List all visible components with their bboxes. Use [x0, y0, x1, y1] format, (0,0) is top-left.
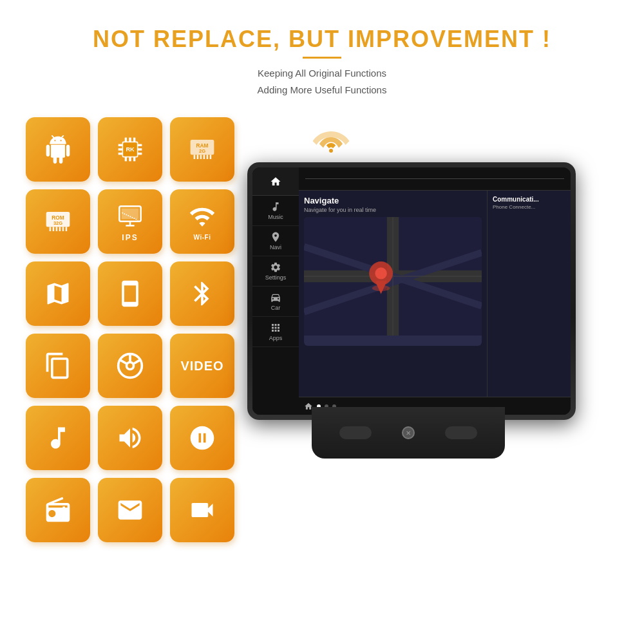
- sidebar-navi-icon: [270, 231, 281, 243]
- radio-icon-cell: [26, 478, 90, 542]
- svg-rect-20: [197, 155, 199, 159]
- svg-rect-8: [118, 148, 123, 150]
- bluetooth-icon: [188, 279, 216, 308]
- svg-text:2G: 2G: [199, 148, 205, 154]
- rom-icon-cell: ROM 32G: [26, 189, 90, 254]
- svg-line-42: [120, 360, 127, 364]
- svg-rect-10: [138, 144, 142, 146]
- sidebar-settings-label: Settings: [265, 274, 287, 281]
- ips-icon: [114, 201, 146, 233]
- music-icon-cell: [26, 406, 90, 470]
- svg-rect-22: [204, 155, 205, 159]
- video-icon-cell: VIDEO: [170, 334, 234, 398]
- comm-subtitle: Phone Connecte...: [493, 204, 565, 210]
- ram-icon-cell: RAM 2G: [170, 117, 234, 182]
- svg-rect-4: [125, 157, 127, 162]
- sidebar-music-label: Music: [268, 214, 283, 220]
- svg-point-44: [329, 149, 333, 153]
- sidebar-item-settings[interactable]: Settings: [252, 256, 299, 287]
- device-screen: Music Navi: [252, 167, 571, 415]
- sidebar-item-car[interactable]: Car: [252, 287, 299, 317]
- speaker-icon-cell: [98, 406, 162, 470]
- wifi-signal-icon: [312, 124, 350, 157]
- sidebar-navi-label: Navi: [270, 244, 281, 251]
- header: NOT REPLACE, BUT IMPROVEMENT ! Keeping A…: [0, 0, 644, 104]
- sidebar-item-apps[interactable]: Apps: [252, 317, 299, 347]
- steering-icon-cell: [98, 334, 162, 398]
- title-underline: [303, 57, 341, 59]
- wifi-label: Wi-Fi: [194, 234, 211, 241]
- video-text: VIDEO: [180, 359, 223, 374]
- subtitle: Keeping All Original Functions Adding Mo…: [0, 65, 644, 98]
- phone-icon-cell: [98, 261, 162, 326]
- rk-chip-icon-cell: RK: [98, 117, 162, 182]
- svg-rect-5: [129, 157, 131, 162]
- android-icon: [44, 135, 72, 164]
- svg-rect-2: [129, 138, 131, 142]
- bluetooth-icon-cell: [170, 261, 234, 326]
- svg-rect-29: [53, 227, 55, 231]
- speedometer-icon-cell: [170, 406, 234, 470]
- email-icon: [116, 496, 144, 524]
- head-unit: Music Navi: [247, 162, 582, 523]
- sidebar-settings-icon: [270, 261, 281, 273]
- navigate-section: Navigate Navigate for you in real time: [299, 191, 487, 397]
- svg-rect-12: [138, 153, 142, 155]
- wifi-icon: [188, 203, 216, 231]
- chip-icon: RK: [114, 133, 146, 166]
- home-icon: [270, 176, 281, 187]
- sidebar-item-music[interactable]: Music: [252, 196, 299, 226]
- email-icon-cell: [98, 478, 162, 542]
- icon-grid: RK RAM 2G: [26, 117, 234, 542]
- map-icon: [44, 279, 72, 308]
- steering-icon: [116, 352, 144, 380]
- navigate-title: Navigate: [304, 196, 482, 205]
- music-icon: [44, 424, 72, 452]
- device-bottom-mount: ✕: [312, 407, 505, 459]
- device-area: Music Navi: [247, 117, 625, 542]
- screen-main: Navigate Navigate for you in real time: [299, 167, 571, 415]
- sidebar-home-btn[interactable]: [252, 167, 299, 196]
- subtitle-line1: Keeping All Original Functions: [258, 68, 386, 79]
- svg-text:RAM: RAM: [196, 142, 209, 149]
- sidebar-item-navi[interactable]: Navi: [252, 226, 299, 256]
- ram-icon: RAM 2G: [186, 133, 218, 166]
- svg-text:RK: RK: [126, 146, 135, 153]
- camera-icon: [188, 496, 216, 524]
- ips-icon-cell: IPS: [98, 189, 162, 254]
- speedometer-icon: [188, 424, 216, 452]
- svg-point-40: [127, 363, 134, 370]
- screen-content: Navigate Navigate for you in real time: [299, 191, 571, 397]
- svg-rect-30: [56, 227, 58, 231]
- map-roads-svg: [304, 217, 482, 336]
- camera-icon-cell: [170, 478, 234, 542]
- map-icon-cell: [26, 261, 90, 326]
- phone-icon: [116, 279, 144, 308]
- map-area: [304, 217, 482, 346]
- svg-rect-7: [118, 144, 123, 146]
- svg-rect-19: [194, 155, 196, 159]
- sidebar-car-icon: [270, 292, 281, 303]
- svg-rect-9: [118, 153, 123, 155]
- speaker-icon: [116, 424, 144, 452]
- mount-left: [339, 426, 372, 439]
- svg-rect-31: [59, 227, 61, 231]
- svg-text:32G: 32G: [53, 220, 62, 226]
- svg-rect-11: [138, 148, 142, 150]
- mount-screw: ✕: [402, 426, 415, 439]
- svg-rect-21: [200, 155, 202, 159]
- svg-rect-33: [66, 227, 68, 231]
- subtitle-line2: Adding More Useful Functions: [258, 84, 387, 95]
- mount-right: [445, 426, 477, 439]
- wifi-icon-cell: Wi-Fi: [170, 189, 234, 254]
- svg-rect-24: [210, 155, 212, 159]
- main-title: NOT REPLACE, BUT IMPROVEMENT !: [0, 26, 644, 53]
- page-container: NOT REPLACE, BUT IMPROVEMENT ! Keeping A…: [0, 0, 644, 644]
- svg-rect-28: [50, 227, 52, 231]
- sidebar-car-label: Car: [271, 305, 281, 311]
- navigate-subtitle: Navigate for you in real time: [304, 207, 482, 213]
- device-bezel: Music Navi: [252, 167, 571, 415]
- svg-point-53: [375, 267, 386, 279]
- svg-rect-6: [133, 157, 135, 162]
- comm-title: Communicati...: [493, 196, 565, 203]
